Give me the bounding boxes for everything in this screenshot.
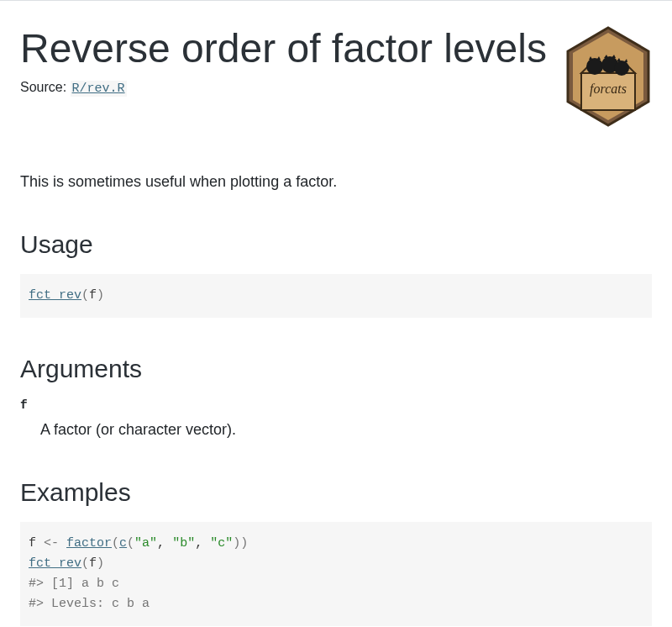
output-line: #> Levels: c b a: [29, 597, 150, 611]
forcats-logo: forcats: [564, 26, 652, 130]
svg-point-7: [614, 61, 629, 76]
ex-var: f: [29, 536, 36, 551]
description: This is sometimes useful when plotting a…: [20, 171, 652, 193]
ex-arg: f: [89, 556, 97, 571]
svg-point-5: [586, 58, 603, 75]
comma: ,: [195, 536, 210, 551]
logo-label: forcats: [590, 82, 627, 97]
paren: (: [81, 556, 89, 571]
usage-fn-link[interactable]: fct_rev: [29, 288, 81, 303]
paren: ): [97, 556, 104, 571]
paren: (: [127, 536, 134, 551]
source-label: Source:: [20, 80, 71, 94]
page-header: Reverse order of factor levels Source: R…: [20, 1, 652, 130]
examples-heading: Examples: [20, 478, 652, 507]
source-link[interactable]: R/rev.R: [71, 81, 127, 97]
string-literal: "a": [134, 536, 157, 551]
examples-code-block: f <- factor(c("a", "b", "c")) fct_rev(f)…: [20, 522, 652, 626]
header-text: Reverse order of factor levels Source: R…: [20, 24, 548, 96]
paren-open: (: [81, 288, 89, 303]
output-line: #> [1] a b c: [29, 577, 119, 591]
string-literal: "b": [172, 536, 195, 551]
usage-heading: Usage: [20, 230, 652, 259]
comma: ,: [157, 536, 172, 551]
paren: (: [112, 536, 119, 551]
factor-fn-link[interactable]: factor: [66, 536, 112, 551]
usage-code-block: fct_rev(f): [20, 274, 652, 318]
arguments-heading: Arguments: [20, 355, 652, 383]
c-fn-link[interactable]: c: [119, 536, 127, 551]
arg-desc: A factor (or character vector).: [40, 419, 652, 441]
assign-op: <-: [36, 536, 66, 551]
paren: ): [240, 536, 248, 551]
usage-arg: f: [89, 288, 97, 303]
source-line: Source: R/rev.R: [20, 80, 548, 96]
arg-name: f: [20, 398, 652, 412]
page-title: Reverse order of factor levels: [20, 24, 548, 73]
fct-rev-fn-link[interactable]: fct_rev: [29, 556, 81, 571]
paren-close: ): [97, 288, 104, 303]
paren: ): [233, 536, 240, 551]
string-literal: "c": [210, 536, 233, 551]
